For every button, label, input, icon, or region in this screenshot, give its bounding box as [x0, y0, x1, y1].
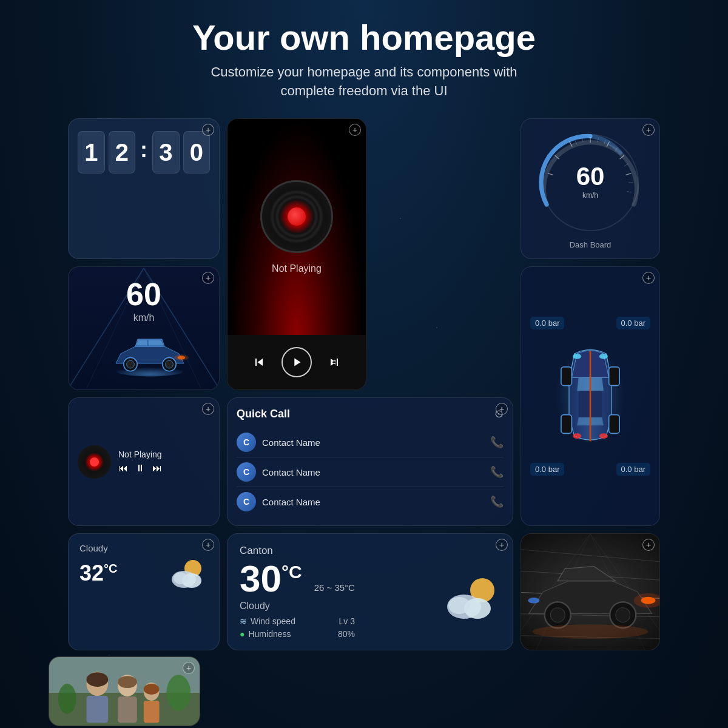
svg-point-41 [174, 572, 188, 584]
not-playing-label: Not Playing [272, 263, 322, 274]
weather-small-row: 32°C [79, 556, 208, 590]
speedometer-plus-button[interactable]: + [642, 124, 655, 136]
speed-unit: km/h [576, 191, 605, 200]
wind-row: ≋ Wind speed Lv 3 [240, 616, 355, 626]
contact-name-3: Contact Name [262, 497, 320, 507]
car-photo-svg [521, 534, 659, 650]
music-small-controls: ⏮ ⏸ ⏭ [118, 463, 210, 474]
clock-colon: : [140, 137, 147, 163]
wind-value: Lv 3 [339, 616, 354, 626]
svg-point-24 [166, 361, 174, 369]
play-button-large[interactable] [281, 347, 312, 377]
clock-plus-button[interactable]: + [202, 124, 214, 136]
pause-button-small[interactable]: ⏸ [135, 463, 145, 474]
music-small-widget: + Not Playing ⏮ ⏸ ⏭ [68, 397, 220, 526]
weather-temp-row: 30°C 26 ~ 35°C [240, 560, 355, 598]
weather-large-plus-button[interactable]: + [496, 539, 508, 551]
svg-point-64 [533, 625, 649, 639]
prev-button-large[interactable] [252, 355, 266, 369]
svg-point-35 [599, 354, 608, 359]
family-photo-widget: + [49, 656, 200, 726]
weather-small-temp: 32°C [79, 561, 118, 586]
contact-row-1: C Contact Name 📞 [237, 428, 504, 457]
car-photo-widget: + [521, 533, 660, 650]
weather-city: Canton [240, 545, 500, 557]
weather-large-temp: 30°C [240, 560, 302, 598]
dashboard-label: Dash Board [570, 240, 612, 249]
svg-point-74 [87, 673, 109, 687]
tire-rl-label: 0.0 bar [530, 463, 564, 476]
weather-details: ≋ Wind speed Lv 3 ● Humidness 80% [240, 616, 355, 639]
svg-rect-73 [144, 701, 160, 723]
svg-rect-30 [561, 367, 572, 386]
tire-labels-bottom: 0.0 bar 0.0 bar [530, 463, 650, 476]
svg-point-59 [528, 598, 539, 604]
next-button-small[interactable]: ⏭ [152, 463, 162, 474]
vinyl-record-large [260, 180, 333, 253]
svg-point-61 [550, 608, 565, 622]
contact-left-1: C Contact Name [237, 433, 320, 452]
speedometer-widget: + [521, 118, 660, 259]
music-controls-large [228, 335, 366, 389]
car-image-container [101, 329, 186, 380]
vinyl-record-small [78, 445, 111, 479]
svg-point-26 [174, 355, 189, 361]
tire-fl-label: 0.0 bar [530, 317, 564, 329]
humidity-icon: ● [240, 629, 244, 639]
contact-name-2: Contact Name [262, 467, 320, 477]
tire-plus-button[interactable]: + [642, 272, 655, 284]
call-icon-3[interactable]: 📞 [490, 495, 504, 508]
family-photo-svg [49, 657, 200, 726]
car-speed-value: 60 [126, 276, 161, 312]
wind-label-area: ≋ Wind speed [240, 616, 295, 626]
svg-point-76 [144, 684, 160, 695]
weather-small-plus-button[interactable]: + [202, 539, 214, 551]
clock-hour2: 2 [109, 131, 136, 174]
clock-display: 1 2 : 3 0 [78, 131, 210, 174]
contact-row-3: C Contact Name 📞 [237, 487, 504, 516]
clock-min2: 0 [183, 131, 211, 174]
contact-row-2: C Contact Name 📞 [237, 457, 504, 487]
svg-rect-69 [87, 696, 109, 723]
car-top-view [548, 335, 633, 457]
svg-point-77 [166, 675, 190, 712]
svg-point-36 [573, 434, 581, 439]
clock-widget: + 1 2 : 3 0 [68, 118, 220, 259]
svg-point-34 [573, 354, 581, 359]
contact-avatar-3: C [237, 492, 256, 511]
music-small-plus-button[interactable]: + [202, 403, 214, 415]
svg-point-45 [448, 597, 470, 614]
weather-small-condition: Cloudy [79, 543, 208, 553]
call-icon-1[interactable]: 📞 [490, 436, 504, 449]
wind-icon: ≋ [240, 616, 247, 626]
gauge-speed-display: 60 km/h [576, 162, 605, 200]
quick-call-header: Quick Call ⊙ [237, 407, 504, 420]
vinyl-small-center [90, 457, 99, 467]
music-large-widget: + Not Playing [227, 118, 366, 390]
bottom-row: + [0, 656, 728, 726]
svg-line-13 [627, 192, 631, 193]
car-top-svg [548, 335, 633, 457]
contact-avatar-1: C [237, 433, 256, 452]
speed-value: 60 [576, 162, 605, 191]
humidity-label-area: ● Humidness [240, 629, 291, 639]
quick-call-plus-button[interactable]: + [496, 403, 508, 415]
contact-name-1: Contact Name [262, 437, 320, 448]
svg-point-75 [118, 676, 137, 689]
car-speed-widget: + 60 km/h [68, 266, 220, 390]
prev-button-small[interactable]: ⏮ [118, 463, 128, 474]
weather-large-icon [446, 575, 500, 624]
svg-point-78 [58, 684, 76, 714]
svg-rect-32 [561, 415, 572, 434]
music-small-title: Not Playing [118, 450, 210, 459]
svg-point-37 [599, 434, 608, 439]
humidity-value: 80% [338, 629, 355, 639]
svg-point-63 [616, 608, 630, 622]
gauge-container: 60 km/h [536, 128, 645, 237]
tire-rr-label: 0.0 bar [616, 463, 650, 476]
page-subtitle: Customize your homepage and its componen… [12, 63, 716, 101]
next-button-large[interactable] [327, 355, 342, 369]
call-icon-2[interactable]: 📞 [490, 465, 504, 479]
page-title: Your own homepage [12, 18, 716, 57]
weather-main: 30°C 26 ~ 35°C Cloudy ≋ Wind speed Lv 3 [240, 560, 500, 639]
